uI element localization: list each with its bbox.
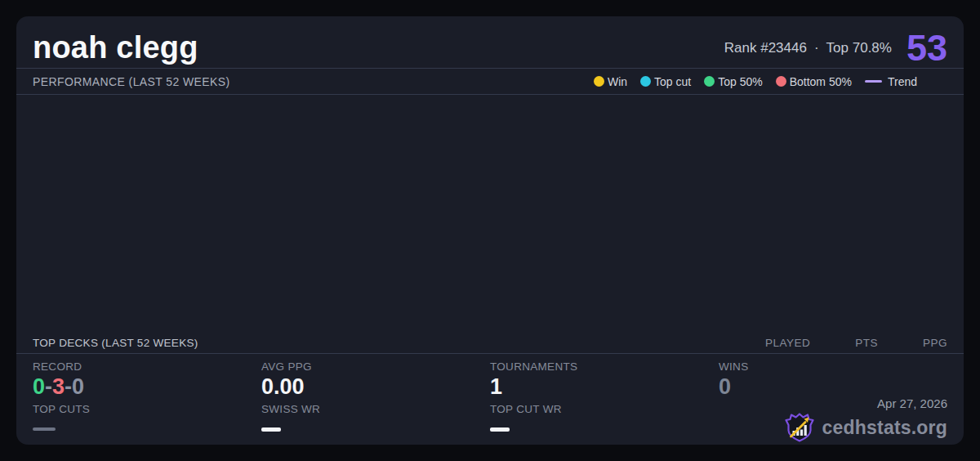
legend-item-win: Win	[594, 75, 627, 88]
chart-legend: Win Top cut Top 50% Bottom 50% Trend	[594, 75, 947, 88]
player-score: 53	[906, 29, 947, 66]
win-dot-icon	[594, 76, 604, 87]
card-header: noah clegg Rank #23446 · Top 70.8% 53	[16, 16, 964, 69]
record-losses: 3	[52, 374, 65, 399]
legend-item-top-cut: Top cut	[640, 75, 691, 88]
top-decks-section-title: TOP DECKS (LAST 52 WEEKS)	[33, 337, 198, 349]
top-percent-text: Top 70.8%	[826, 40, 892, 56]
performance-section-header: PERFORMANCE (LAST 52 WEEKS) Win Top cut …	[16, 69, 964, 95]
legend-item-top-50: Top 50%	[704, 75, 762, 88]
swiss-wr-empty-dash	[261, 427, 281, 432]
stats-grid: RECORD 0-3-0 TOP CUTS AVG PPG 0.00 SWISS…	[16, 354, 964, 445]
rank-summary: Rank #23446 · Top 70.8% 53	[724, 29, 947, 66]
column-header-pts: PTS	[855, 337, 878, 349]
stat-column-record: RECORD 0-3-0 TOP CUTS	[33, 354, 261, 445]
tournaments-label: TOURNAMENTS	[490, 360, 719, 373]
legend-label: Top cut	[654, 75, 691, 88]
trend-line-icon	[865, 80, 882, 83]
cedhstats-logo-icon	[783, 411, 816, 444]
legend-label: Top 50%	[718, 75, 762, 88]
swiss-wr-label: SWISS WR	[261, 403, 490, 415]
performance-chart-area	[16, 95, 964, 333]
legend-item-trend: Trend	[865, 75, 917, 88]
brand-text: cedhstats.org	[822, 417, 947, 439]
stat-column-avg-ppg: AVG PPG 0.00 SWISS WR	[261, 354, 490, 445]
legend-label: Trend	[888, 75, 917, 88]
top-cut-wr-label: TOP CUT WR	[490, 403, 719, 415]
top-cut-wr-empty-dash	[490, 427, 510, 432]
record-value: 0-3-0	[33, 373, 261, 402]
avg-ppg-value: 0.00	[261, 373, 490, 402]
player-name: noah clegg	[33, 30, 198, 65]
column-header-ppg: PPG	[923, 337, 947, 349]
record-draws: 0	[72, 374, 84, 399]
rank-line: Rank #23446 · Top 70.8%	[724, 40, 892, 56]
tournaments-value: 1	[490, 373, 719, 402]
top-decks-header: TOP DECKS (LAST 52 WEEKS) PLAYED PTS PPG	[16, 333, 964, 354]
performance-section-title: PERFORMANCE (LAST 52 WEEKS)	[33, 75, 230, 88]
legend-item-bottom-50: Bottom 50%	[776, 75, 852, 88]
record-label: RECORD	[33, 360, 261, 373]
top-cuts-empty-dash	[33, 427, 56, 431]
legend-label: Bottom 50%	[790, 75, 852, 88]
legend-label: Win	[608, 75, 627, 88]
record-separator: -	[65, 374, 72, 399]
wins-label: WINS	[719, 360, 947, 373]
stat-column-tournaments: TOURNAMENTS 1 TOP CUT WR	[490, 354, 719, 445]
top-decks-column-headers: PLAYED PTS PPG	[765, 337, 947, 349]
player-stats-card: noah clegg Rank #23446 · Top 70.8% 53 PE…	[16, 16, 964, 445]
top-cut-dot-icon	[640, 76, 651, 87]
dot-separator: ·	[814, 40, 819, 56]
record-wins: 0	[33, 374, 45, 399]
rank-text: Rank #23446	[724, 40, 807, 56]
top-50-dot-icon	[704, 76, 715, 87]
top-cuts-label: TOP CUTS	[33, 403, 261, 415]
record-separator: -	[45, 374, 52, 399]
column-header-played: PLAYED	[765, 337, 810, 349]
date-stamp: Apr 27, 2026	[877, 396, 947, 410]
cedhstats-brand-link[interactable]: cedhstats.org	[783, 411, 947, 444]
avg-ppg-label: AVG PPG	[261, 360, 490, 373]
bottom-50-dot-icon	[776, 76, 786, 87]
